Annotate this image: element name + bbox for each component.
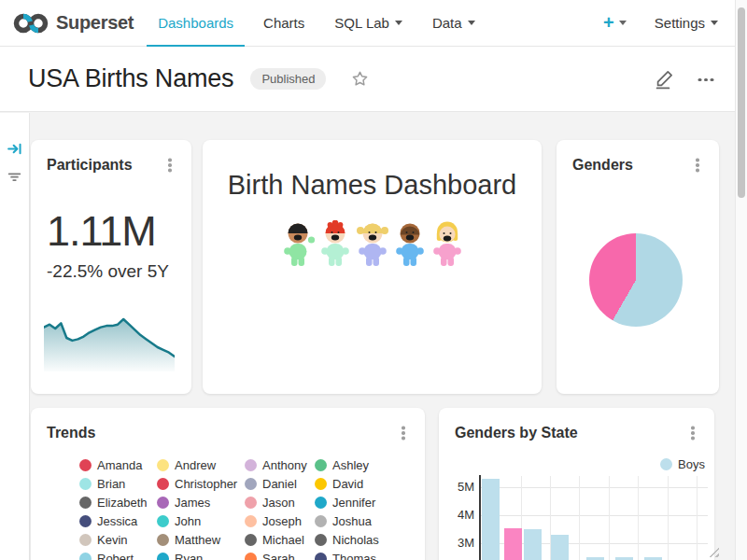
legend-item-david[interactable]: David <box>315 476 363 491</box>
legend-label: Kevin <box>97 533 128 547</box>
edit-dashboard-icon[interactable] <box>653 68 675 91</box>
legend-label: James <box>175 496 210 510</box>
legend-item-daniel[interactable]: Daniel <box>245 476 297 491</box>
legend-label: Matthew <box>175 533 220 547</box>
legend-dot <box>157 534 169 546</box>
participants-card: Participants 1.11M -22.5% over 5Y <box>31 140 191 394</box>
chevron-down-icon <box>619 21 627 25</box>
legend-dot <box>157 515 169 527</box>
superset-logo[interactable]: Superset <box>13 11 134 35</box>
nav-item-charts[interactable]: Charts <box>252 0 316 47</box>
genders-pie-chart[interactable] <box>589 233 683 327</box>
legend-label: Robert <box>97 552 134 560</box>
published-badge[interactable]: Published <box>250 68 326 90</box>
legend-label: Nicholas <box>332 533 379 547</box>
dashboard-heading: Birth Names Dashboard <box>203 170 542 201</box>
kid-blue-bowl <box>392 220 428 267</box>
genders-by-state-bar-chart: 5M4M3M <box>439 408 714 560</box>
legend-label: John <box>175 514 201 528</box>
legend-label: Jennifer <box>332 496 375 510</box>
gridline-vertical <box>579 476 580 560</box>
legend-dot <box>157 553 169 560</box>
legend-dot <box>315 459 327 471</box>
kid-pink-bob <box>430 220 465 267</box>
legend-dot <box>79 459 92 471</box>
card-title-trends: Trends <box>47 425 95 441</box>
legend-dot <box>245 478 257 490</box>
bar-boys-3[interactable] <box>551 535 569 560</box>
nav-label-data: Data <box>432 15 462 31</box>
legend-dot <box>315 478 327 490</box>
bar-boys-2[interactable] <box>524 529 542 560</box>
legend-item-jason[interactable]: Jason <box>245 495 295 510</box>
participants-sparkline-chart <box>44 314 175 371</box>
nav-item-data[interactable]: Data <box>421 0 486 47</box>
kid-green-wave <box>280 220 316 267</box>
card-title-participants: Participants <box>47 157 133 174</box>
genders-card: Genders <box>557 140 719 394</box>
brand-name: Superset <box>56 12 134 34</box>
nav-item-sql-lab[interactable]: SQL Lab <box>323 0 414 47</box>
superset-dashboard-screen: Superset Dashboards Charts SQL Lab Data … <box>0 0 747 560</box>
legend-item-elizabeth[interactable]: Elizabeth <box>79 495 147 510</box>
chevron-down-icon <box>395 21 402 25</box>
kebab-menu-icon[interactable] <box>395 425 412 441</box>
card-title-genders: Genders <box>572 157 633 174</box>
kebab-menu-icon[interactable] <box>162 157 178 174</box>
legend-item-john[interactable]: John <box>157 513 201 528</box>
legend-item-joshua[interactable]: Joshua <box>315 513 372 528</box>
bar-girls-1[interactable] <box>504 528 522 560</box>
legend-label: Daniel <box>262 477 297 491</box>
nav-item-dashboards[interactable]: Dashboards <box>147 0 245 47</box>
legend-item-joseph[interactable]: Joseph <box>245 513 302 528</box>
legend-item-amanda[interactable]: Amanda <box>79 457 142 472</box>
legend-label: Jessica <box>97 514 137 528</box>
legend-item-jennifer[interactable]: Jennifer <box>315 495 375 510</box>
legend-item-matthew[interactable]: Matthew <box>157 532 220 547</box>
big-number-delta: -22.5% over 5Y <box>47 261 169 282</box>
legend-item-nicholas[interactable]: Nicholas <box>315 532 379 547</box>
legend-label: Thomas <box>332 552 376 560</box>
top-navbar: Superset Dashboards Charts SQL Lab Data … <box>0 0 735 47</box>
more-actions-icon[interactable] <box>696 70 716 89</box>
legend-label: Brian <box>97 477 125 491</box>
legend-label: Anthony <box>262 458 307 472</box>
page-scrollbar[interactable] <box>735 0 747 560</box>
kid-mint-topknot <box>317 220 353 267</box>
gridline-vertical <box>609 476 610 560</box>
scrollbar-thumb[interactable] <box>738 7 745 198</box>
legend-item-brian[interactable]: Brian <box>79 476 125 491</box>
filter-icon[interactable] <box>7 169 22 185</box>
settings-menu[interactable]: Settings <box>647 15 726 31</box>
legend-item-sarah[interactable]: Sarah <box>245 551 295 560</box>
legend-item-anthony[interactable]: Anthony <box>245 457 307 472</box>
children-illustration <box>203 220 542 267</box>
legend-item-christopher[interactable]: Christopher <box>157 476 237 491</box>
legend-item-michael[interactable]: Michael <box>245 532 304 547</box>
legend-dot <box>315 497 327 509</box>
legend-item-ashley[interactable]: Ashley <box>315 457 369 472</box>
legend-dot <box>79 553 92 560</box>
gridline-horizontal <box>481 487 708 488</box>
markdown-header-card: Birth Names Dashboard <box>203 140 542 394</box>
legend-item-robert[interactable]: Robert <box>79 551 134 560</box>
kebab-menu-icon[interactable] <box>689 157 706 174</box>
settings-label: Settings <box>655 15 705 31</box>
nav-label-charts: Charts <box>263 15 304 31</box>
legend-item-james[interactable]: James <box>157 495 210 510</box>
bar-boys-0[interactable] <box>482 479 500 560</box>
trends-card: Trends AmandaAndrewAnthonyAshleyBrianChr… <box>31 408 425 560</box>
legend-dot <box>245 534 257 546</box>
expand-filters-icon[interactable] <box>7 141 22 157</box>
new-item-button[interactable]: + <box>596 12 634 34</box>
favorite-star-icon[interactable] <box>350 69 370 89</box>
legend-item-andrew[interactable]: Andrew <box>157 457 216 472</box>
legend-label: Joshua <box>332 514 372 528</box>
legend-item-ryan[interactable]: Ryan <box>157 551 203 560</box>
legend-item-jessica[interactable]: Jessica <box>79 513 137 528</box>
plus-icon: + <box>603 12 614 34</box>
legend-item-thomas[interactable]: Thomas <box>315 551 376 560</box>
legend-item-kevin[interactable]: Kevin <box>79 532 128 547</box>
y-axis-tick-label: 3M <box>443 536 474 550</box>
dashboard-content: Participants 1.11M -22.5% over 5Y Birth … <box>0 113 735 560</box>
